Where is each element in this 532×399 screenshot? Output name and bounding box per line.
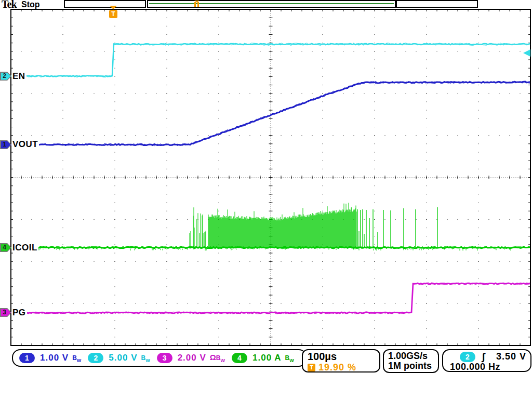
channel-scale-readouts: 1 1.00 V BW 2 5.00 V BW 3 2.00 V ΩBW 4 1…	[12, 349, 307, 367]
trigger-position-arrow-icon	[110, 6, 117, 9]
trigger-level-arrow-icon	[523, 49, 530, 57]
impedance-bandwidth-icon: ΩBW	[210, 353, 225, 363]
bandwidth-limit-icon: BW	[285, 353, 294, 363]
channel-4-position-marker: 4	[0, 243, 11, 252]
channel-3-readout: 3 2.00 V ΩBW	[157, 353, 225, 363]
channel-2-scale: 5.00 V	[109, 353, 137, 363]
acquisition-readout: 1.00GS/s 1M points	[383, 349, 439, 373]
channel-1-readout: 1 1.00 V BW	[19, 353, 81, 363]
channel-2-readout: 2 5.00 V BW	[88, 353, 150, 363]
bandwidth-limit-icon: BW	[72, 353, 81, 363]
sample-rate: 1.00GS/s	[384, 351, 438, 361]
timebase-value: 100µs	[303, 351, 379, 362]
trigger-position-percent: 19.90 %	[318, 362, 356, 373]
channel-3-position-marker: 3	[0, 308, 11, 317]
channel-1-position-marker: 1	[0, 140, 11, 149]
channel-3-badge: 3	[157, 353, 172, 363]
channel-4-scale: 1.00 A	[252, 353, 281, 363]
waveform-label-vout: VOUT	[11, 139, 39, 149]
waveform-display	[0, 0, 532, 399]
channel-1-badge: 1	[19, 353, 35, 363]
waveform-label-en: EN	[11, 71, 26, 81]
channel-4-badge: 4	[232, 353, 247, 363]
trigger-position-flag-icon: T	[109, 10, 117, 18]
waveform-label-icoil: ICOIL	[11, 243, 38, 252]
channel-1-scale: 1.00 V	[40, 353, 69, 363]
rising-edge-icon: ∫	[482, 352, 485, 362]
timebase-readout: 100µs T 19.90 %	[302, 349, 380, 373]
trigger-readout: 2 ∫ 3.50 V 100.000 Hz	[442, 349, 531, 372]
trigger-level-value: 3.50 V	[496, 351, 526, 362]
record-length: 1M points	[384, 361, 438, 371]
trigger-frequency: 100.000 Hz	[443, 362, 530, 372]
channel-4-readout: 4 1.00 A BW	[232, 353, 294, 363]
channel-2-badge: 2	[88, 353, 103, 363]
channel-3-scale: 2.00 V	[178, 353, 206, 363]
trigger-source-badge: 2	[460, 352, 475, 362]
bandwidth-limit-icon: BW	[141, 353, 150, 363]
trigger-t-icon: T	[308, 364, 315, 371]
waveform-label-pg: PG	[11, 308, 27, 317]
channel-2-position-marker: 2	[0, 72, 11, 81]
